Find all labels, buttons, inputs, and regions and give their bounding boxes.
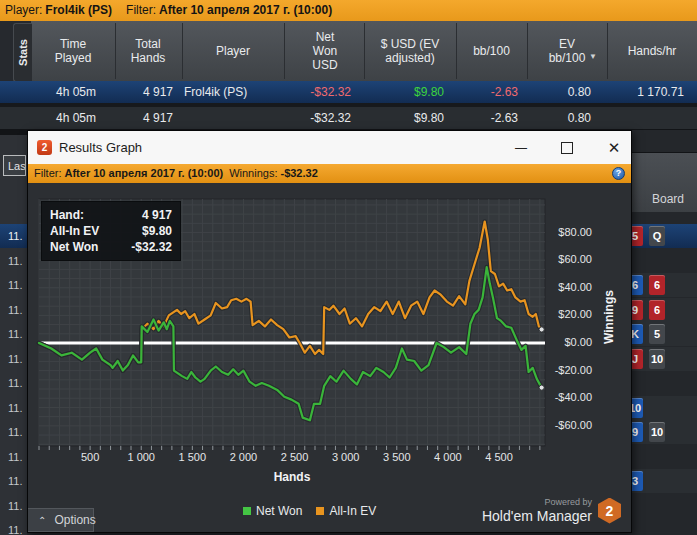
playing-card-spade: Q (649, 226, 665, 246)
session-list-item[interactable]: 11. (0, 469, 27, 493)
board-row[interactable]: 10 (632, 396, 697, 420)
cell-usd-ev: $9.80 (374, 107, 444, 129)
x-tick-label: 2 000 (218, 451, 268, 463)
tooltip-net-value: -$32.32 (131, 239, 172, 255)
board-row[interactable]: K5 (632, 322, 697, 346)
tooltip-net-label: Net Won (50, 239, 98, 255)
x-tick-label: 2 500 (270, 451, 320, 463)
sort-arrow-icon[interactable]: ▼ (589, 52, 597, 61)
board-row[interactable]: 96 (632, 298, 697, 322)
tooltip-ev-value: $9.80 (142, 223, 172, 239)
y-tick-label: -$20.00 (548, 364, 592, 376)
header-ev-bb100[interactable]: EV bb/100 (543, 21, 591, 81)
x-tick-label: 1 500 (167, 451, 217, 463)
legend-item: Net Won (243, 504, 302, 518)
session-list-item[interactable]: 11. (0, 518, 27, 535)
x-tick-label: 3 000 (321, 451, 371, 463)
session-list-item[interactable]: 11. (0, 445, 27, 469)
options-button[interactable]: ⌃Options (28, 508, 94, 532)
column-separator (284, 23, 285, 79)
header-total-hands[interactable]: Total Hands (123, 21, 173, 81)
header-net-won-usd[interactable]: Net Won USD (306, 21, 344, 81)
x-tick-label: 500 (65, 451, 115, 463)
header-time-played[interactable]: Time Played (45, 21, 101, 81)
session-list-item[interactable]: 11. (0, 494, 27, 518)
y-tick-label: $80.00 (548, 226, 592, 238)
column-separator (364, 23, 365, 79)
window-title: Results Graph (59, 131, 142, 164)
winnings-label: Winnings: (229, 167, 277, 179)
graph-filter-label: Filter: (34, 167, 62, 179)
playing-card-heart: 6 (649, 300, 665, 320)
playing-card-heart: 6 (649, 275, 665, 295)
session-list-item[interactable]: 11. (0, 249, 27, 273)
tab-stats-label: Stats (17, 39, 29, 66)
help-icon[interactable]: ? (612, 167, 625, 180)
graph-filter-bar: Filter:After 10 апреля 2017 г. (10:00)Wi… (28, 164, 631, 183)
header-board[interactable]: Board (632, 152, 697, 212)
tooltip-ev-label: All-In EV (50, 223, 99, 239)
header-bb100[interactable]: bb/100 (456, 21, 527, 81)
column-separator (527, 23, 528, 79)
header-player[interactable]: Player (183, 21, 283, 81)
x-tick-label: 3 500 (372, 451, 422, 463)
tab-stats[interactable]: Stats (13, 23, 32, 82)
session-list-item[interactable]: 11. (0, 322, 27, 346)
cell-hands-hr: 1 170.71 (604, 81, 684, 103)
close-icon: ✕ (608, 139, 621, 157)
session-list-item[interactable]: 11. (0, 420, 27, 444)
session-list-item[interactable]: 11. (0, 298, 27, 322)
table-row-totals[interactable]: 4h 05m 4 917 -$32.32 $9.80 -2.63 0.80 (0, 107, 697, 129)
y-tick-label: -$60.00 (548, 419, 592, 431)
board-row[interactable]: 66 (632, 273, 697, 297)
hm2-logo-icon: 2 (37, 140, 52, 155)
cell-hands: 4 917 (100, 107, 173, 129)
legend-swatch-icon (316, 507, 324, 515)
minimize-button[interactable]: — (506, 131, 536, 164)
board-row[interactable]: 5Q (632, 224, 697, 248)
options-label: Options (54, 513, 95, 527)
player-value: Frol4ik (PS) (45, 3, 112, 17)
hm2-hexagon-logo: 2 (598, 498, 621, 524)
y-tick-label: $60.00 (548, 253, 592, 265)
last-filter-dropdown[interactable]: Las (3, 155, 26, 176)
legend-swatch-icon (243, 507, 251, 515)
y-axis-title: Winnings (602, 282, 616, 352)
close-button[interactable]: ✕ (599, 131, 629, 164)
session-list-item[interactable]: 11. (0, 347, 27, 371)
brand-label: Hold'em Manager (482, 508, 592, 524)
cell-ev-bb100: 0.80 (521, 107, 591, 129)
winnings-value: -$32.32 (280, 167, 317, 179)
cell-ev-bb100: 0.80 (521, 81, 591, 103)
powered-by-label: Powered by (544, 497, 592, 508)
board-column-panel: Board 5Q6696K5J10109103 (632, 130, 697, 535)
board-row[interactable]: 3 (632, 469, 697, 493)
maximize-button[interactable] (552, 131, 582, 164)
board-row[interactable]: J10 (632, 347, 697, 371)
cell-net-won: -$32.32 (281, 81, 351, 103)
series-end-dot (539, 385, 544, 390)
chart-legend: Net WonAll-In EV (243, 504, 376, 518)
x-tick-label: 4 000 (423, 451, 473, 463)
header-usd-ev-adjusted[interactable]: $ USD (EV adjusted) (370, 21, 450, 81)
y-tick-label: $20.00 (548, 308, 592, 320)
session-list-item[interactable]: 11. (0, 396, 27, 420)
session-list-item[interactable]: 11. (0, 224, 27, 248)
playing-card-spade: 10 (649, 349, 665, 369)
session-list-item[interactable]: 11. (0, 273, 27, 297)
board-row[interactable]: 910 (632, 420, 697, 444)
powered-by-block: Powered by Hold'em Manager 2 (482, 497, 621, 524)
playing-card-spade: 10 (649, 422, 665, 442)
filter-label: Filter: (126, 3, 156, 17)
header-hands-hr[interactable]: Hands/hr (607, 21, 697, 81)
x-tick-label: 4 500 (474, 451, 524, 463)
legend-label: Net Won (256, 504, 302, 518)
table-row-selected[interactable]: 4h 05m 4 917 Frol4ik (PS) -$32.32 $9.80 … (0, 81, 697, 103)
window-titlebar[interactable]: 2 Results Graph — ✕ (28, 131, 631, 164)
session-list-panel: Las 11.11.11.11.11.11.11.11.11.11.11.11.… (0, 135, 27, 535)
session-list-item[interactable]: 11. (0, 371, 27, 395)
cell-net-won: -$32.32 (281, 107, 351, 129)
board-row (632, 445, 697, 469)
series-end-dot (539, 327, 544, 332)
legend-item: All-In EV (316, 504, 376, 518)
